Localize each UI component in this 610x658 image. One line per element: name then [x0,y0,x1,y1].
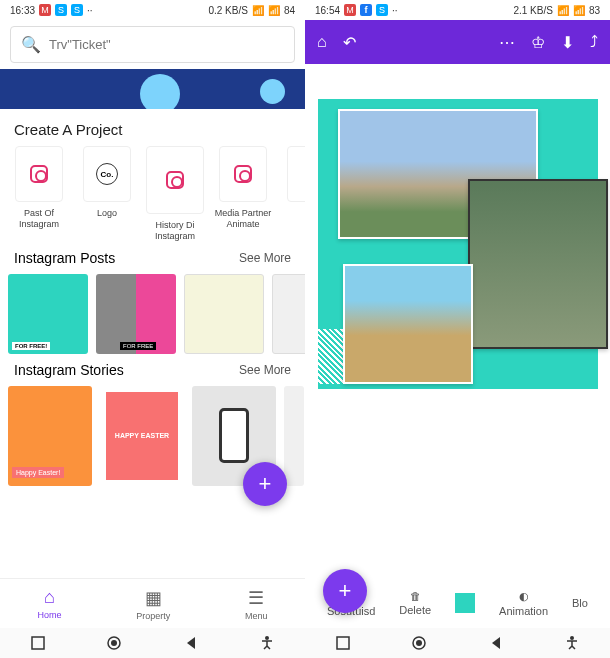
status-time: 16:54 [315,5,340,16]
stories-title: Instagram Stories [14,362,124,378]
more-icon: ·· [392,5,398,16]
tool-animation[interactable]: ◐ Animation [499,590,548,617]
instagram-icon [234,165,252,183]
photo-tower[interactable] [343,264,473,384]
fab-add[interactable]: + [243,462,287,506]
project-item[interactable]: Co. Logo [78,146,136,242]
home-sys-icon[interactable] [106,635,122,651]
right-screen: 16:54 M f S ·· 2.1 KB/S 📶 📶 83 ⌂ ↶ ⋯ ♔ ⬇… [305,0,610,658]
svg-point-2 [111,640,117,646]
download-icon[interactable]: ⬇ [561,33,574,52]
system-nav [305,628,610,658]
wifi-icon: 📶 [268,5,280,16]
battery-icon: 83 [589,5,600,16]
net-speed: 2.1 KB/S [513,5,552,16]
canvas-area[interactable] [305,64,610,578]
wifi-icon: 📶 [573,5,585,16]
logo-icon: Co. [96,163,118,185]
gmail-icon: M [344,4,356,16]
story-card[interactable] [284,386,304,486]
see-more-stories[interactable]: See More [239,363,291,377]
animation-icon: ◐ [519,590,529,603]
svg-point-6 [416,640,422,646]
fab-add[interactable]: + [323,569,367,613]
post-card[interactable] [8,274,88,354]
phone-mock [219,408,249,463]
project-item[interactable]: History Di Instagram [146,146,204,242]
svg-point-3 [265,636,269,640]
svg-rect-4 [337,637,349,649]
posts-row[interactable] [0,274,305,354]
canvas[interactable] [318,99,598,389]
nav-property[interactable]: ▦ Property [136,587,170,621]
undo-icon[interactable]: ↶ [343,33,356,52]
home-icon: ⌂ [44,587,55,608]
search-icon: 🔍 [21,35,41,54]
skype-icon: S [376,4,388,16]
more-icon[interactable]: ⋯ [499,33,515,52]
menu-icon: ☰ [248,587,264,609]
post-card[interactable] [184,274,264,354]
left-screen: 16:33 M S S ·· 0.2 KB/S 📶 📶 84 🔍 Create … [0,0,305,658]
see-more-posts[interactable]: See More [239,251,291,265]
signal-icon: 📶 [252,5,264,16]
status-bar: 16:54 M f S ·· 2.1 KB/S 📶 📶 83 [305,0,610,20]
more-icon: ·· [87,5,93,16]
editor-toolbar: ⌂ ↶ ⋯ ♔ ⬇ ⤴ [305,20,610,64]
back-icon[interactable] [488,635,504,651]
svg-point-7 [570,636,574,640]
nav-menu[interactable]: ☰ Menu [245,587,268,621]
posts-title: Instagram Posts [14,250,115,266]
story-card[interactable] [8,386,92,486]
project-row[interactable]: Past Of Instagram Co. Logo History Di In… [0,146,305,242]
search-input[interactable] [49,37,284,52]
net-speed: 0.2 KB/S [208,5,247,16]
svg-rect-0 [32,637,44,649]
skype-icon: S [71,4,83,16]
color-chip [455,593,475,613]
gmail-icon: M [39,4,51,16]
recent-icon[interactable] [30,635,46,651]
tool-delete[interactable]: 🗑 Delete [399,590,431,616]
post-card[interactable] [96,274,176,354]
back-icon[interactable] [183,635,199,651]
project-item[interactable]: Past Of Instagram [10,146,68,242]
project-item[interactable]: Media Partner Animate [214,146,272,242]
grid-icon: ▦ [145,587,162,609]
crown-icon[interactable]: ♔ [531,33,545,52]
nav-home[interactable]: ⌂ Home [37,587,61,620]
status-time: 16:33 [10,5,35,16]
accessibility-icon[interactable] [564,635,580,651]
post-card[interactable] [272,274,305,354]
tool-color[interactable] [455,593,475,613]
photo-trees[interactable] [468,179,608,349]
banner[interactable] [0,69,305,109]
instagram-icon [30,165,48,183]
instagram-icon [166,171,184,189]
trash-icon: 🗑 [410,590,421,602]
home-sys-icon[interactable] [411,635,427,651]
project-item[interactable]: P [282,146,305,242]
search-box[interactable]: 🔍 [10,26,295,63]
story-card[interactable]: HAPPY EASTER [100,386,184,486]
bottom-nav: ⌂ Home ▦ Property ☰ Menu [0,578,305,628]
home-icon[interactable]: ⌂ [317,33,327,51]
skype-icon: S [55,4,67,16]
signal-icon: 📶 [557,5,569,16]
create-project-title: Create A Project [0,109,305,146]
facebook-icon: f [360,4,372,16]
status-bar: 16:33 M S S ·· 0.2 KB/S 📶 📶 84 [0,0,305,20]
tool-blo[interactable]: Blo [572,597,588,609]
share-icon[interactable]: ⤴ [590,33,598,51]
battery-icon: 84 [284,5,295,16]
system-nav [0,628,305,658]
accessibility-icon[interactable] [259,635,275,651]
recent-icon[interactable] [335,635,351,651]
